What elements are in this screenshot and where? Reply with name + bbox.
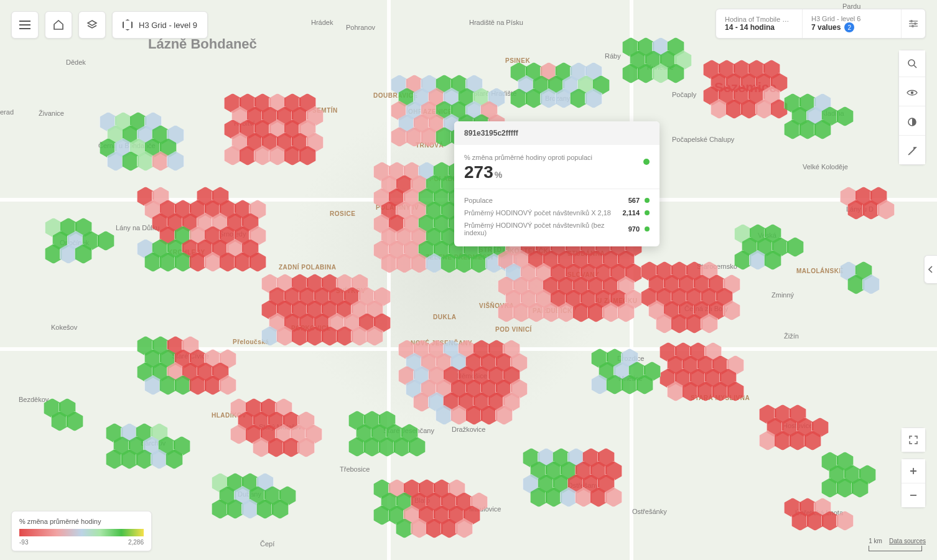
tooltip-metric-unit: % — [495, 170, 502, 180]
hex-cell[interactable] — [836, 511, 854, 531]
status-dot — [643, 159, 650, 165]
filter-hour[interactable]: Hodina of Tmobile … 14 - 14 hodina — [716, 9, 803, 38]
visibility-button[interactable] — [899, 80, 925, 106]
zoom-out-button[interactable] — [902, 483, 925, 507]
legend: % změna průměrné hodiny -932,286 — [11, 511, 152, 551]
hex-cell[interactable] — [836, 106, 854, 126]
contrast-button[interactable] — [899, 109, 925, 136]
legend-title: % změna průměrné hodiny — [19, 518, 144, 525]
tooltip-row: Populace567 — [464, 194, 650, 207]
fullscreen-button[interactable] — [902, 428, 925, 452]
layers-button[interactable] — [78, 11, 106, 39]
zoom-in-button[interactable] — [902, 459, 925, 483]
legend-ramp — [19, 529, 144, 536]
svg-point-1 — [914, 22, 916, 25]
filter-badge: 2 — [844, 22, 854, 32]
filter-grid[interactable]: H3 Grid - level 6 7 values2 — [803, 9, 902, 38]
grid-level-chip[interactable]: H3 Grid - level 9 — [112, 11, 208, 39]
search-button[interactable] — [899, 50, 925, 77]
svg-point-4 — [911, 91, 913, 94]
filter-settings-button[interactable] — [902, 9, 925, 38]
hex-tooltip: 891e3195c2fffff % změna průměrné hodiny … — [454, 121, 660, 246]
svg-point-3 — [908, 60, 915, 66]
tooltip-metric-value: 273 — [464, 162, 493, 182]
svg-point-2 — [911, 25, 914, 27]
measure-button[interactable] — [899, 138, 925, 164]
home-button[interactable] — [45, 11, 72, 39]
data-sources-link[interactable]: Data sources — [889, 538, 926, 544]
tooltip-row: Průměrný HODINOVÝ počet návštevníků X 2,… — [464, 207, 650, 219]
hex-cell[interactable] — [97, 231, 114, 251]
menu-button[interactable] — [11, 11, 39, 39]
scale-bar: 1 km Data sources — [869, 538, 926, 551]
expand-sidepanel-button[interactable] — [924, 255, 937, 284]
right-tool-rail — [898, 50, 926, 165]
tooltip-metric-label: % změna průměrné hodiny oproti populaci — [464, 154, 650, 161]
hex-cell[interactable] — [786, 237, 804, 257]
tooltip-row: Průměrný HODINOVÝ počet návštevníků (bez… — [464, 219, 650, 239]
grid-level-label: H3 Grid - level 9 — [139, 21, 197, 30]
hexagon-icon — [123, 19, 133, 30]
svg-point-0 — [910, 20, 913, 22]
tooltip-id: 891e3195c2fffff — [454, 121, 660, 145]
filter-summary: Hodina of Tmobile … 14 - 14 hodina H3 Gr… — [716, 9, 926, 39]
